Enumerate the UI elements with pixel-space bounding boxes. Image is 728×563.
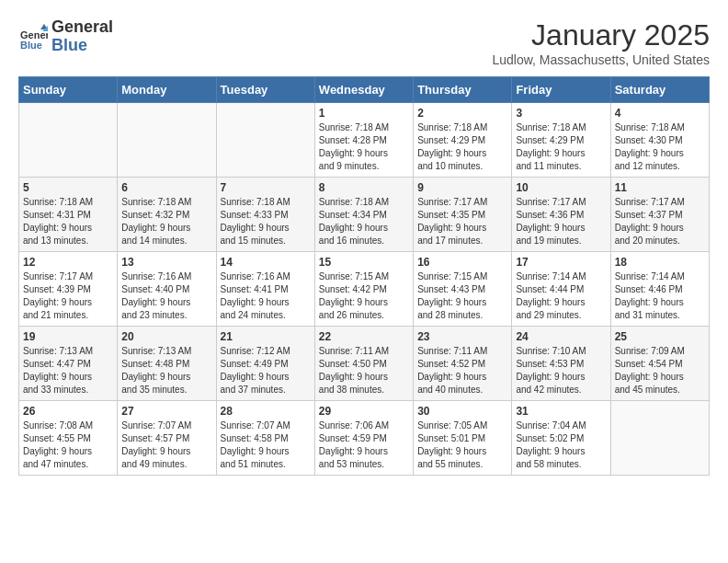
day-number: 2: [417, 107, 507, 120]
day-number: 27: [121, 405, 211, 418]
day-info: Sunrise: 7:15 AM Sunset: 4:43 PM Dayligh…: [417, 270, 507, 322]
day-number: 9: [417, 181, 507, 194]
day-number: 10: [516, 181, 606, 194]
day-info: Sunrise: 7:18 AM Sunset: 4:32 PM Dayligh…: [121, 196, 211, 247]
day-number: 29: [319, 405, 409, 418]
day-number: 28: [221, 405, 311, 418]
day-info: Sunrise: 7:09 AM Sunset: 4:54 PM Dayligh…: [615, 345, 705, 396]
weekday-header-friday: Friday: [512, 77, 610, 103]
logo-line2: Blue: [51, 36, 87, 54]
calendar-week-row: 5Sunrise: 7:18 AM Sunset: 4:31 PM Daylig…: [19, 178, 710, 252]
day-info: Sunrise: 7:10 AM Sunset: 4:53 PM Dayligh…: [516, 345, 606, 396]
calendar-cell: 16Sunrise: 7:15 AM Sunset: 4:43 PM Dayli…: [414, 252, 512, 327]
calendar-cell: 28Sunrise: 7:07 AM Sunset: 4:58 PM Dayli…: [216, 401, 314, 476]
weekday-header-saturday: Saturday: [610, 77, 709, 103]
calendar-cell: 8Sunrise: 7:18 AM Sunset: 4:34 PM Daylig…: [314, 178, 413, 252]
calendar-cell: 13Sunrise: 7:16 AM Sunset: 4:40 PM Dayli…: [118, 252, 216, 327]
logo-line1: General: [51, 18, 113, 37]
calendar-cell: 9Sunrise: 7:17 AM Sunset: 4:35 PM Daylig…: [414, 178, 512, 252]
day-info: Sunrise: 7:05 AM Sunset: 5:01 PM Dayligh…: [417, 419, 507, 471]
day-number: 23: [417, 330, 507, 343]
page-header: General Blue General Blue January 2025 L…: [18, 18, 710, 67]
calendar-cell: 4Sunrise: 7:18 AM Sunset: 4:30 PM Daylig…: [610, 103, 709, 178]
weekday-header-monday: Monday: [118, 77, 216, 103]
day-info: Sunrise: 7:06 AM Sunset: 4:59 PM Dayligh…: [319, 419, 409, 471]
day-number: 12: [23, 256, 113, 269]
calendar-cell: 23Sunrise: 7:11 AM Sunset: 4:52 PM Dayli…: [414, 327, 512, 401]
day-info: Sunrise: 7:08 AM Sunset: 4:55 PM Dayligh…: [23, 419, 113, 471]
calendar-cell: 14Sunrise: 7:16 AM Sunset: 4:41 PM Dayli…: [216, 252, 314, 327]
calendar-cell: 6Sunrise: 7:18 AM Sunset: 4:32 PM Daylig…: [118, 178, 216, 252]
day-info: Sunrise: 7:12 AM Sunset: 4:49 PM Dayligh…: [221, 345, 311, 396]
logo: General Blue General Blue: [18, 18, 113, 55]
calendar-cell: 10Sunrise: 7:17 AM Sunset: 4:36 PM Dayli…: [512, 178, 610, 252]
day-info: Sunrise: 7:07 AM Sunset: 4:58 PM Dayligh…: [221, 419, 311, 471]
calendar-cell: 15Sunrise: 7:15 AM Sunset: 4:42 PM Dayli…: [314, 252, 413, 327]
day-info: Sunrise: 7:13 AM Sunset: 4:48 PM Dayligh…: [121, 345, 211, 396]
day-info: Sunrise: 7:18 AM Sunset: 4:29 PM Dayligh…: [516, 121, 606, 173]
day-info: Sunrise: 7:18 AM Sunset: 4:34 PM Dayligh…: [319, 196, 409, 247]
calendar-cell: [216, 103, 314, 178]
calendar-cell: 24Sunrise: 7:10 AM Sunset: 4:53 PM Dayli…: [512, 327, 610, 401]
calendar-week-row: 19Sunrise: 7:13 AM Sunset: 4:47 PM Dayli…: [19, 327, 710, 401]
calendar-cell: 2Sunrise: 7:18 AM Sunset: 4:29 PM Daylig…: [414, 103, 512, 178]
calendar-cell: 19Sunrise: 7:13 AM Sunset: 4:47 PM Dayli…: [19, 327, 118, 401]
day-number: 16: [417, 256, 507, 269]
day-number: 31: [516, 405, 606, 418]
calendar-cell: 1Sunrise: 7:18 AM Sunset: 4:28 PM Daylig…: [314, 103, 413, 178]
calendar-cell: 22Sunrise: 7:11 AM Sunset: 4:50 PM Dayli…: [314, 327, 413, 401]
day-number: 1: [319, 107, 409, 120]
calendar-cell: 12Sunrise: 7:17 AM Sunset: 4:39 PM Dayli…: [19, 252, 118, 327]
weekday-header-wednesday: Wednesday: [314, 77, 413, 103]
day-info: Sunrise: 7:18 AM Sunset: 4:29 PM Dayligh…: [417, 121, 507, 173]
day-info: Sunrise: 7:16 AM Sunset: 4:40 PM Dayligh…: [121, 270, 211, 322]
day-info: Sunrise: 7:17 AM Sunset: 4:35 PM Dayligh…: [417, 196, 507, 247]
day-info: Sunrise: 7:18 AM Sunset: 4:31 PM Dayligh…: [23, 196, 113, 247]
month-title: January 2025: [492, 18, 710, 52]
day-info: Sunrise: 7:14 AM Sunset: 4:46 PM Dayligh…: [615, 270, 705, 322]
day-number: 7: [221, 181, 311, 194]
day-info: Sunrise: 7:15 AM Sunset: 4:42 PM Dayligh…: [319, 270, 409, 322]
location-title: Ludlow, Massachusetts, United States: [492, 52, 710, 67]
day-number: 19: [23, 330, 113, 343]
calendar-cell: 18Sunrise: 7:14 AM Sunset: 4:46 PM Dayli…: [610, 252, 709, 327]
weekday-header-thursday: Thursday: [414, 77, 512, 103]
day-info: Sunrise: 7:18 AM Sunset: 4:28 PM Dayligh…: [319, 121, 409, 173]
day-info: Sunrise: 7:17 AM Sunset: 4:37 PM Dayligh…: [615, 196, 705, 247]
day-number: 13: [121, 256, 211, 269]
day-number: 30: [417, 405, 507, 418]
calendar-table: SundayMondayTuesdayWednesdayThursdayFrid…: [18, 76, 710, 476]
weekday-header-tuesday: Tuesday: [216, 77, 314, 103]
day-info: Sunrise: 7:17 AM Sunset: 4:39 PM Dayligh…: [23, 270, 113, 322]
logo-icon: General Blue: [18, 22, 48, 52]
weekday-header-row: SundayMondayTuesdayWednesdayThursdayFrid…: [19, 77, 710, 103]
calendar-cell: 25Sunrise: 7:09 AM Sunset: 4:54 PM Dayli…: [610, 327, 709, 401]
day-info: Sunrise: 7:17 AM Sunset: 4:36 PM Dayligh…: [516, 196, 606, 247]
calendar-cell: 11Sunrise: 7:17 AM Sunset: 4:37 PM Dayli…: [610, 178, 709, 252]
calendar-cell: 29Sunrise: 7:06 AM Sunset: 4:59 PM Dayli…: [314, 401, 413, 476]
calendar-cell: 26Sunrise: 7:08 AM Sunset: 4:55 PM Dayli…: [19, 401, 118, 476]
calendar-cell: 5Sunrise: 7:18 AM Sunset: 4:31 PM Daylig…: [19, 178, 118, 252]
day-number: 22: [319, 330, 409, 343]
calendar-cell: 30Sunrise: 7:05 AM Sunset: 5:01 PM Dayli…: [414, 401, 512, 476]
calendar-cell: [19, 103, 118, 178]
day-info: Sunrise: 7:11 AM Sunset: 4:52 PM Dayligh…: [417, 345, 507, 396]
calendar-cell: 27Sunrise: 7:07 AM Sunset: 4:57 PM Dayli…: [118, 401, 216, 476]
day-info: Sunrise: 7:14 AM Sunset: 4:44 PM Dayligh…: [516, 270, 606, 322]
calendar-week-row: 1Sunrise: 7:18 AM Sunset: 4:28 PM Daylig…: [19, 103, 710, 178]
logo-text: General Blue: [51, 18, 113, 55]
day-number: 15: [319, 256, 409, 269]
day-number: 21: [221, 330, 311, 343]
calendar-week-row: 12Sunrise: 7:17 AM Sunset: 4:39 PM Dayli…: [19, 252, 710, 327]
day-number: 25: [615, 330, 705, 343]
calendar-cell: 31Sunrise: 7:04 AM Sunset: 5:02 PM Dayli…: [512, 401, 610, 476]
day-number: 4: [615, 107, 705, 120]
calendar-cell: 21Sunrise: 7:12 AM Sunset: 4:49 PM Dayli…: [216, 327, 314, 401]
day-number: 26: [23, 405, 113, 418]
calendar-cell: 3Sunrise: 7:18 AM Sunset: 4:29 PM Daylig…: [512, 103, 610, 178]
day-info: Sunrise: 7:18 AM Sunset: 4:33 PM Dayligh…: [221, 196, 311, 247]
calendar-cell: 7Sunrise: 7:18 AM Sunset: 4:33 PM Daylig…: [216, 178, 314, 252]
calendar-cell: 17Sunrise: 7:14 AM Sunset: 4:44 PM Dayli…: [512, 252, 610, 327]
title-block: January 2025 Ludlow, Massachusetts, Unit…: [492, 18, 710, 67]
day-number: 3: [516, 107, 606, 120]
